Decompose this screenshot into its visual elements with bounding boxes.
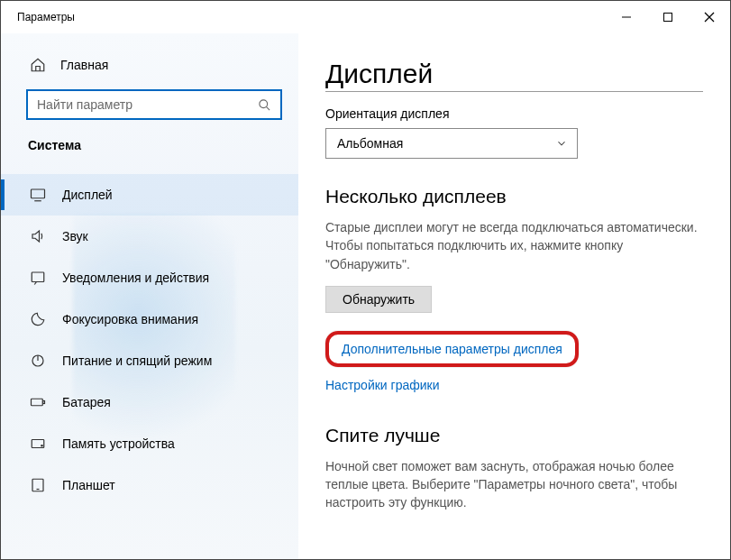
multi-display-heading: Несколько дисплеев bbox=[325, 186, 703, 207]
sound-icon bbox=[30, 228, 46, 244]
storage-icon bbox=[30, 436, 46, 452]
svg-rect-6 bbox=[32, 189, 45, 198]
sidebar-item-display[interactable]: Дисплей bbox=[1, 174, 298, 216]
maximize-button[interactable] bbox=[647, 1, 689, 33]
sidebar-item-power[interactable]: Питание и спящий режим bbox=[1, 340, 298, 381]
svg-rect-12 bbox=[43, 401, 45, 404]
notification-icon bbox=[30, 270, 46, 286]
sidebar-item-sound[interactable]: Звук bbox=[1, 216, 298, 257]
window-title: Параметры bbox=[17, 11, 75, 23]
orientation-label: Ориентация дисплея bbox=[325, 106, 703, 121]
nav-list: Дисплей Звук Уведомления и действия Фоку… bbox=[1, 174, 298, 506]
svg-point-4 bbox=[260, 99, 268, 107]
sidebar-item-label: Фокусировка внимания bbox=[62, 312, 198, 326]
search-input[interactable] bbox=[26, 89, 282, 120]
display-icon bbox=[30, 187, 46, 203]
tablet-icon bbox=[30, 477, 46, 493]
advanced-display-link[interactable]: Дополнительные параметры дисплея bbox=[342, 342, 562, 356]
svg-rect-8 bbox=[32, 272, 44, 282]
sidebar-item-label: Планшет bbox=[62, 478, 115, 492]
title-underline bbox=[325, 91, 703, 92]
svg-line-5 bbox=[266, 106, 270, 110]
graphics-settings-link[interactable]: Настройки графики bbox=[325, 378, 440, 392]
sidebar-item-label: Звук bbox=[62, 229, 88, 243]
home-icon bbox=[30, 57, 46, 73]
sidebar-item-notifications[interactable]: Уведомления и действия bbox=[1, 257, 298, 298]
search-field[interactable] bbox=[37, 97, 258, 112]
titlebar: Параметры bbox=[1, 1, 730, 33]
svg-rect-11 bbox=[32, 399, 43, 406]
main-panel: Дисплей Ориентация дисплея Альбомная Нес… bbox=[298, 33, 730, 559]
highlight-annotation: Дополнительные параметры дисплея bbox=[325, 331, 579, 367]
sidebar-item-label: Питание и спящий режим bbox=[62, 353, 212, 368]
home-nav[interactable]: Главная bbox=[1, 50, 298, 82]
minimize-button[interactable] bbox=[606, 1, 647, 33]
detect-button[interactable]: Обнаружить bbox=[325, 286, 432, 313]
sidebar-item-battery[interactable]: Батарея bbox=[1, 381, 298, 423]
dropdown-value: Альбомная bbox=[337, 136, 403, 151]
sleep-text: Ночной свет поможет вам заснуть, отображ… bbox=[325, 457, 703, 512]
power-icon bbox=[30, 353, 46, 369]
search-icon bbox=[258, 98, 271, 112]
sidebar-item-label: Батарея bbox=[62, 395, 111, 409]
category-label: Система bbox=[1, 133, 298, 163]
window-controls bbox=[606, 1, 730, 33]
svg-rect-1 bbox=[664, 14, 672, 22]
orientation-dropdown[interactable]: Альбомная bbox=[325, 128, 578, 159]
home-label: Главная bbox=[60, 58, 108, 72]
sidebar: Главная Система Дисплей Звук bbox=[1, 33, 298, 559]
sidebar-item-label: Память устройства bbox=[62, 436, 175, 451]
sleep-heading: Спите лучше bbox=[325, 425, 703, 446]
svg-point-14 bbox=[41, 445, 43, 447]
sidebar-item-tablet[interactable]: Планшет bbox=[1, 464, 298, 506]
multi-display-text: Старые дисплеи могут не всегда подключат… bbox=[325, 218, 703, 273]
sidebar-item-label: Уведомления и действия bbox=[62, 271, 209, 285]
sidebar-item-label: Дисплей bbox=[62, 188, 113, 202]
battery-icon bbox=[30, 394, 46, 410]
sidebar-item-focus[interactable]: Фокусировка внимания bbox=[1, 298, 298, 340]
sidebar-item-storage[interactable]: Память устройства bbox=[1, 423, 298, 464]
focus-icon bbox=[30, 311, 46, 327]
page-title: Дисплей bbox=[325, 59, 703, 89]
close-button[interactable] bbox=[689, 1, 730, 33]
chevron-down-icon bbox=[555, 137, 568, 150]
